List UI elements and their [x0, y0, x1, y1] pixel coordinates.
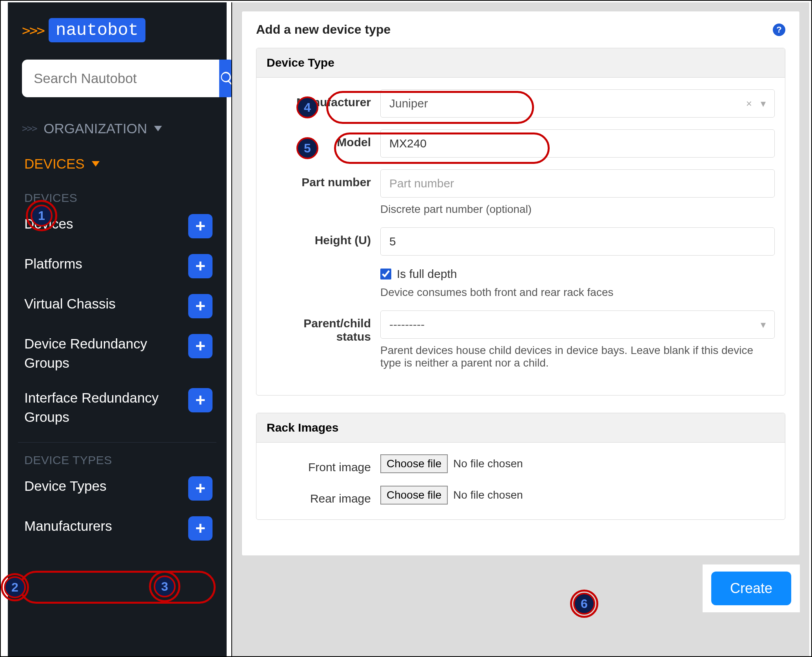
- help-text: Discrete part number (optional): [380, 203, 775, 216]
- field-label: Front image: [267, 454, 380, 474]
- sidebar-item-interface-redundancy-groups[interactable]: Interface Redundancy Groups +: [24, 388, 213, 427]
- app-frame: >>> nautobot >>> ORGANIZATION DEVICES DE…: [0, 0, 812, 657]
- choose-file-button[interactable]: Choose file: [380, 486, 448, 505]
- logo[interactable]: >>> nautobot: [22, 18, 213, 42]
- annotation-callout-4: 4: [296, 96, 318, 118]
- nav-section-devices[interactable]: DEVICES: [24, 156, 213, 172]
- create-button[interactable]: Create: [711, 572, 791, 605]
- part-number-input[interactable]: [380, 169, 775, 198]
- sidebar-subheading-device-types: DEVICE TYPES: [24, 454, 213, 467]
- sidebar-subheading-devices: DEVICES: [24, 191, 213, 205]
- annotation-callout-6: 6: [573, 593, 595, 615]
- sidebar-item-label: Device Redundancy Groups: [24, 334, 162, 372]
- caret-down-icon: [154, 126, 162, 131]
- field-label: Part number: [267, 169, 380, 189]
- search-input[interactable]: [22, 60, 219, 97]
- parent-child-select[interactable]: --------- ▾: [380, 310, 775, 339]
- sidebar-item-label: Interface Redundancy Groups: [24, 388, 162, 427]
- logo-chevrons-icon: >>>: [22, 22, 44, 38]
- caret-down-icon: ▾: [761, 319, 766, 331]
- help-text: Device consumes both front and rear rack…: [380, 286, 775, 299]
- annotation-callout-5: 5: [296, 137, 318, 159]
- panel-header: Device Type: [256, 48, 785, 78]
- sidebar-item-label: Device Types: [24, 476, 106, 495]
- add-button[interactable]: +: [188, 214, 213, 238]
- field-rear-image: Rear image Choose file No file chosen: [267, 486, 775, 505]
- add-button[interactable]: +: [188, 476, 213, 501]
- field-parent-child: Parent/child status --------- ▾ Parent d…: [267, 310, 775, 369]
- panel-rack-images: Rack Images Front image Choose file No f…: [256, 413, 785, 520]
- field-label: Rear image: [267, 486, 380, 505]
- sidebar-divider: [18, 442, 216, 443]
- logo-text: nautobot: [49, 18, 145, 42]
- field-label: Parent/child status: [267, 310, 380, 343]
- annotation-ring-model: [334, 132, 550, 164]
- annotation-callout-2: 2: [4, 576, 26, 598]
- annotation-ring-manufacturer: [326, 91, 534, 124]
- caret-down-icon: ▾: [761, 98, 766, 110]
- annotation-callout-3: 3: [154, 575, 176, 597]
- global-search: [22, 60, 213, 97]
- field-label: Height (U): [267, 227, 380, 247]
- sidebar-item-device-redundancy-groups[interactable]: Device Redundancy Groups +: [24, 334, 213, 372]
- file-status: No file chosen: [453, 489, 523, 501]
- annotation-callout-1: 1: [31, 205, 53, 227]
- form-actions: Create: [242, 564, 800, 612]
- add-button[interactable]: +: [188, 294, 213, 318]
- sidebar-item-label: Manufacturers: [24, 516, 112, 535]
- sidebar-item-manufacturers[interactable]: Manufacturers +: [24, 516, 213, 541]
- nav-section-label: ORGANIZATION: [44, 121, 147, 136]
- checkbox-label: Is full depth: [397, 267, 457, 281]
- panel-header: Rack Images: [256, 413, 785, 443]
- sidebar-item-virtual-chassis[interactable]: Virtual Chassis +: [24, 294, 213, 318]
- sidebar: >>> nautobot >>> ORGANIZATION DEVICES DE…: [8, 2, 227, 656]
- field-front-image: Front image Choose file No file chosen: [267, 454, 775, 474]
- help-icon[interactable]: ?: [773, 24, 785, 36]
- full-depth-checkbox[interactable]: [380, 269, 391, 279]
- field-full-depth: Is full depth Device consumes both front…: [267, 267, 775, 299]
- sidebar-item-label: Virtual Chassis: [24, 294, 116, 313]
- field-label: [267, 267, 380, 274]
- file-status: No file chosen: [453, 457, 523, 470]
- field-part-number: Part number Discrete part number (option…: [267, 169, 775, 216]
- add-button[interactable]: +: [188, 388, 213, 412]
- field-height: Height (U): [267, 227, 775, 256]
- sidebar-item-label: Platforms: [24, 254, 82, 273]
- chevrons-icon: >>>: [22, 123, 36, 134]
- sidebar-item-device-types[interactable]: Device Types +: [24, 476, 213, 501]
- add-button[interactable]: +: [188, 254, 213, 278]
- caret-down-icon: [92, 161, 100, 167]
- clear-icon[interactable]: ×: [746, 98, 752, 110]
- add-button[interactable]: +: [188, 334, 213, 358]
- nav-section-label: DEVICES: [24, 156, 85, 172]
- select-value: ---------: [389, 318, 425, 331]
- page-title: Add a new device type: [256, 22, 391, 37]
- height-input[interactable]: [380, 227, 775, 256]
- help-text: Parent devices house child devices in de…: [380, 344, 775, 369]
- annotation-ring-devicetypes: [20, 571, 216, 604]
- choose-file-button[interactable]: Choose file: [380, 454, 448, 473]
- add-button[interactable]: +: [188, 516, 213, 541]
- nav-section-organization[interactable]: >>> ORGANIZATION: [22, 121, 213, 136]
- sidebar-item-platforms[interactable]: Platforms +: [24, 254, 213, 278]
